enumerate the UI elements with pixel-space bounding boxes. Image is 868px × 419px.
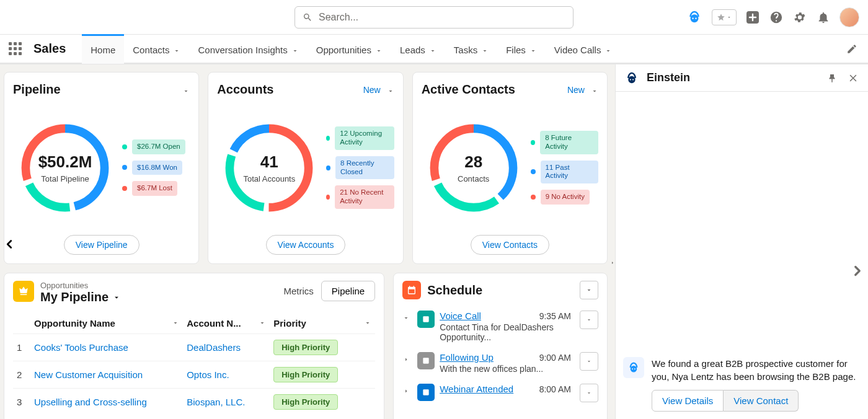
col-opportunity-name[interactable]: Opportunity Name [30, 313, 183, 334]
svg-point-1 [692, 17, 693, 19]
pipeline-toggle[interactable]: Pipeline [321, 281, 375, 301]
svg-point-2 [695, 17, 696, 19]
add-button[interactable] [745, 10, 760, 25]
nav-tab-label: Opportunities [316, 45, 371, 55]
nav-tab-label: Contacts [133, 45, 169, 55]
legend-row: 12 Upcoming Activity [326, 126, 394, 150]
pipeline-menu-chevron-icon[interactable] [182, 86, 190, 94]
chevron-down-icon[interactable] [604, 46, 612, 53]
carousel-prev-button[interactable] [0, 234, 20, 255]
schedule-item-menu[interactable] [580, 384, 598, 402]
accounts-donut: 41 Total Accounts [217, 116, 321, 220]
app-launcher-icon[interactable] [9, 42, 22, 56]
expand-toggle[interactable] [402, 311, 412, 324]
schedule-item-menu[interactable] [580, 311, 598, 329]
nav-tab-conversation-insights[interactable]: Conversation Insights [189, 34, 307, 64]
opportunities-icon [13, 281, 34, 302]
table-row[interactable]: 1Cooks' Tools PurchaseDealDashersHigh Pr… [13, 334, 375, 361]
chevron-down-icon[interactable] [375, 46, 383, 53]
col-priority[interactable]: Priority [270, 313, 375, 334]
pipeline-donut: $50.2M Total Pipeline [13, 116, 117, 220]
nav-tab-contacts[interactable]: Contacts [124, 34, 189, 64]
pin-icon[interactable] [825, 71, 839, 86]
chevron-down-icon[interactable] [173, 46, 180, 53]
schedule-item-menu[interactable] [580, 352, 598, 371]
einstein-avatar-icon [623, 357, 644, 378]
close-icon[interactable] [846, 71, 861, 86]
col-account-name[interactable]: Account N... [183, 313, 270, 334]
view-contacts-button[interactable]: View Contacts [471, 235, 549, 255]
accounts-menu-chevron-icon[interactable] [387, 86, 394, 94]
priority-badge: High Priority [273, 340, 338, 355]
einstein-panel: Einstein We found a great B2B prospectiv… [615, 64, 868, 419]
nav-tab-files[interactable]: Files [497, 34, 546, 64]
contacts-new-link[interactable]: New [567, 85, 585, 95]
nav-tab-home[interactable]: Home [82, 34, 124, 64]
chevron-down-icon[interactable] [429, 46, 436, 53]
svg-point-17 [630, 79, 631, 80]
app-nav: Sales HomeContactsConversation InsightsO… [0, 35, 868, 64]
chevron-down-icon[interactable] [291, 46, 299, 53]
expand-toggle[interactable] [402, 384, 412, 397]
opportunities-table: Opportunity Name Account N... Priority 1… [13, 313, 375, 415]
edit-nav-pencil-icon[interactable] [844, 42, 859, 56]
nav-tab-opportunities[interactable]: Opportunities [308, 34, 391, 64]
legend-row: 21 No Recent Activity [326, 185, 394, 209]
panel-collapse-handle[interactable] [609, 257, 616, 269]
view-details-button[interactable]: View Details [652, 390, 724, 412]
einstein-icon[interactable] [686, 9, 703, 26]
carousel-next-button[interactable] [849, 263, 866, 281]
setup-gear-icon[interactable] [792, 10, 807, 25]
schedule-item-title[interactable]: Following Up [440, 352, 494, 363]
favorites-button[interactable] [712, 9, 737, 25]
schedule-item-title[interactable]: Voice Call [440, 311, 481, 321]
opportunity-link[interactable]: Cooks' Tools Purchase [34, 342, 128, 353]
table-row[interactable]: 2New Customer AcquisitionOptos Inc.High … [13, 361, 375, 389]
priority-badge: High Priority [273, 394, 338, 410]
view-contact-button[interactable]: View Contact [724, 390, 799, 412]
view-accounts-button[interactable]: View Accounts [266, 235, 346, 255]
legend-pill: 11 Past Activity [541, 161, 598, 184]
nav-tab-tasks[interactable]: Tasks [445, 34, 497, 64]
account-link[interactable]: Biospan, LLC. [187, 397, 245, 407]
contacts-menu-chevron-icon[interactable] [591, 86, 598, 94]
legend-row: 9 No Activity [531, 190, 598, 205]
table-row[interactable]: 3Upselling and Cross-sellingBiospan, LLC… [13, 389, 375, 416]
einstein-panel-icon [623, 69, 640, 87]
chevron-down-icon[interactable] [529, 46, 537, 53]
account-link[interactable]: Optos Inc. [187, 369, 229, 380]
view-pipeline-button[interactable]: View Pipeline [64, 235, 140, 255]
legend-row: $16.8M Won [122, 161, 190, 175]
app-name: Sales [33, 42, 66, 56]
opportunities-title[interactable]: My Pipeline [40, 290, 121, 304]
svg-point-0 [691, 14, 699, 22]
help-icon[interactable] [769, 10, 784, 25]
account-link[interactable]: DealDashers [187, 342, 241, 353]
calendar-icon [402, 281, 421, 299]
accounts-new-link[interactable]: New [363, 85, 381, 95]
user-avatar[interactable] [839, 7, 859, 27]
legend-pill: $6.7M Lost [132, 181, 177, 196]
pipeline-card: Pipeline $50.2M Total Pi [4, 72, 199, 264]
schedule-item-time: 9:00 AM [539, 353, 571, 363]
opportunity-link[interactable]: New Customer Acquisition [34, 369, 143, 380]
row-index: 3 [13, 389, 30, 416]
expand-toggle[interactable] [402, 352, 412, 366]
metrics-toggle[interactable]: Metrics [280, 282, 317, 300]
global-search[interactable]: Search... [294, 6, 574, 29]
notifications-bell-icon[interactable] [816, 10, 831, 25]
nav-tab-label: Leads [400, 45, 425, 55]
legend-dot [326, 136, 330, 141]
legend-pill: $16.8M Won [132, 161, 182, 175]
nav-tab-leads[interactable]: Leads [391, 34, 445, 64]
caret-down-icon [112, 293, 121, 302]
chevron-down-icon[interactable] [481, 46, 489, 53]
accounts-label: Total Accounts [243, 174, 295, 183]
contacts-label: Contacts [458, 174, 489, 183]
schedule-item-title[interactable]: Webinar Attended [440, 384, 513, 394]
nav-tab-video-calls[interactable]: Video Calls [546, 34, 621, 64]
schedule-menu-button[interactable] [580, 281, 598, 299]
schedule-item-time: 9:35 AM [539, 311, 571, 321]
svg-point-21 [634, 368, 636, 369]
opportunity-link[interactable]: Upselling and Cross-selling [34, 397, 147, 407]
